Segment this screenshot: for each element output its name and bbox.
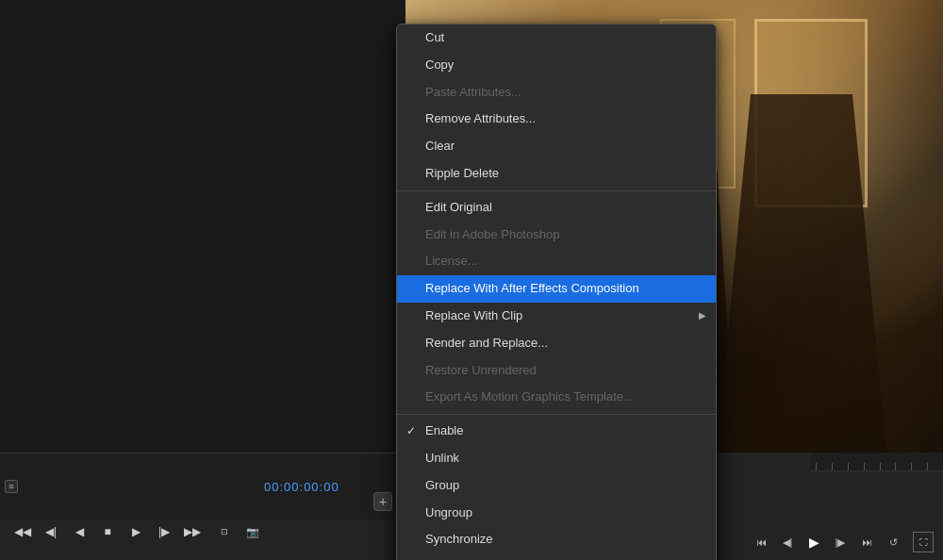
menu-item-label-paste-attributes: Paste Attributes...	[425, 85, 521, 99]
context-menu: CutCopyPaste Attributes...Remove Attribu…	[396, 24, 717, 560]
menu-item-restore-unrendered: Restore Unrendered	[397, 357, 716, 385]
preview-rewind-button[interactable]: ⏮	[751, 532, 771, 552]
menu-separator	[397, 190, 716, 191]
menu-item-license: License...	[397, 248, 716, 275]
menu-item-clear[interactable]: Clear	[397, 133, 716, 160]
menu-item-enable[interactable]: ✓Enable	[397, 418, 716, 445]
menu-item-edit-photoshop: Edit in Adobe Photoshop	[397, 222, 716, 249]
preview-play-button[interactable]: ▶	[803, 532, 824, 552]
menu-item-label-ripple-delete: Ripple Delete	[425, 166, 499, 180]
menu-item-label-remove-attributes: Remove Attributes...	[425, 111, 536, 125]
timeline-ruler	[811, 453, 943, 471]
menu-item-group[interactable]: Group	[397, 472, 716, 500]
menu-item-ripple-delete[interactable]: Ripple Delete	[397, 160, 716, 188]
preview-loop-button[interactable]: ↺	[883, 532, 903, 552]
left-panel	[0, 0, 396, 453]
menu-item-merge-clips[interactable]: Merge Clips...	[397, 553, 716, 560]
menu-item-label-unlink: Unlink	[425, 451, 459, 465]
ruler-tick	[880, 463, 896, 470]
play-back-button[interactable]: ◀	[68, 520, 91, 543]
ruler-tick	[895, 463, 911, 470]
menu-item-render-replace[interactable]: Render and Replace...	[397, 330, 716, 357]
menu-item-label-render-replace: Render and Replace...	[425, 336, 548, 350]
loop-button[interactable]: ⊡	[213, 520, 236, 543]
menu-item-replace-clip[interactable]: Replace With Clip▶	[397, 303, 716, 330]
add-track-button[interactable]: +	[373, 492, 392, 511]
menu-item-remove-attributes[interactable]: Remove Attributes...	[397, 106, 716, 133]
menu-item-cut[interactable]: Cut	[397, 25, 716, 52]
ruler-tick	[832, 463, 848, 470]
preview-stepfwd-button[interactable]: |▶	[830, 532, 851, 552]
checkmark-icon: ✓	[406, 422, 416, 440]
menu-item-copy[interactable]: Copy	[397, 52, 716, 79]
stop-button[interactable]: ■	[96, 520, 119, 543]
play-forward-button[interactable]: ▶	[124, 520, 147, 543]
timecode-display: 00:00:00:00	[264, 480, 339, 494]
menu-item-paste-attributes: Paste Attributes...	[397, 79, 716, 107]
menu-item-label-clear: Clear	[425, 139, 455, 153]
menu-item-label-license: License...	[425, 254, 478, 268]
menu-item-label-group: Group	[425, 478, 459, 492]
camera-button[interactable]: 📷	[241, 520, 264, 543]
preview-stepback-button[interactable]: ◀|	[777, 532, 798, 552]
menu-item-ungroup[interactable]: Ungroup	[397, 500, 716, 527]
menu-item-label-edit-original: Edit Original	[425, 200, 492, 214]
preview-end-button[interactable]: ⏭	[856, 532, 877, 552]
menu-item-label-replace-ae: Replace With After Effects Composition	[425, 281, 639, 295]
step-back-button[interactable]: ◀|	[40, 520, 62, 543]
expand-icon[interactable]: ≡	[5, 480, 18, 493]
menu-item-label-enable: Enable	[425, 423, 463, 437]
go-to-start-button[interactable]: ◀◀	[11, 520, 34, 543]
menu-item-label-synchronize: Synchronize	[425, 532, 493, 546]
menu-item-unlink[interactable]: Unlink	[397, 445, 716, 472]
ruler-tick	[864, 463, 880, 470]
menu-item-label-replace-clip: Replace With Clip	[425, 308, 522, 322]
menu-item-export-motion: Export As Motion Graphics Template...	[397, 384, 716, 411]
menu-item-label-cut: Cut	[425, 30, 444, 44]
menu-item-label-restore-unrendered: Restore Unrendered	[425, 363, 537, 377]
ruler-tick	[816, 463, 832, 470]
menu-item-label-ungroup: Ungroup	[425, 505, 472, 519]
ruler-tick	[927, 463, 943, 470]
preview-fullscreen-button[interactable]: ⛶	[913, 532, 934, 552]
ruler-tick	[911, 463, 927, 470]
menu-separator	[397, 414, 716, 415]
go-to-end-button[interactable]: ▶▶	[181, 520, 204, 543]
menu-item-edit-original[interactable]: Edit Original	[397, 194, 716, 222]
menu-item-label-export-motion: Export As Motion Graphics Template...	[425, 389, 634, 404]
ruler-tick	[848, 463, 864, 470]
submenu-arrow-icon: ▶	[699, 308, 706, 323]
menu-item-replace-ae[interactable]: Replace With After Effects Composition	[397, 275, 716, 303]
menu-item-label-copy: Copy	[425, 58, 454, 72]
step-forward-button[interactable]: |▶	[153, 520, 175, 543]
menu-item-synchronize[interactable]: Synchronize	[397, 526, 716, 553]
menu-item-label-edit-photoshop: Edit in Adobe Photoshop	[425, 227, 559, 241]
preview-transport-controls: ⏮ ◀| ▶ |▶ ⏭ ↺ ⛶	[751, 532, 934, 552]
